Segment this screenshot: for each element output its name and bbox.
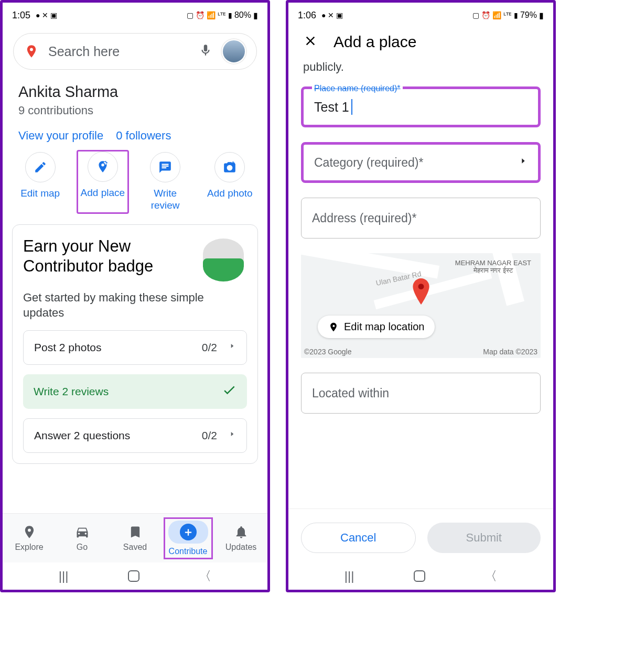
address-field[interactable]: Address (required)* bbox=[301, 198, 541, 239]
add-place-button[interactable]: Add place bbox=[77, 150, 129, 214]
plus-icon: ＋ bbox=[180, 524, 197, 540]
svg-point-1 bbox=[418, 284, 424, 289]
bottom-nav: Explore Go Saved ＋ Contribute Updates bbox=[3, 513, 267, 562]
review-icon bbox=[150, 152, 180, 182]
chevron-right-icon bbox=[519, 154, 528, 171]
task-post-photos[interactable]: Post 2 photos 0/2 bbox=[23, 330, 247, 365]
badge-title: Earn your New Contributor badge bbox=[23, 236, 195, 277]
cancel-button[interactable]: Cancel bbox=[301, 523, 416, 553]
map-pin-icon bbox=[411, 278, 431, 307]
map-preview[interactable]: Ulan Batar Rd MEHRAM NAGAR EAST मेहराम न… bbox=[301, 253, 541, 358]
home-icon[interactable] bbox=[128, 570, 139, 582]
screen-contribute: 1:05 ● ✕ ▣ ▢ ⏰ 📶 ᴸᵀᴱ ▮ 80% ▮ Search here… bbox=[0, 0, 270, 592]
followers-link[interactable]: 0 followers bbox=[116, 129, 171, 143]
statusbar: 1:05 ● ✕ ▣ ▢ ⏰ 📶 ᴸᵀᴱ ▮ 80% ▮ bbox=[3, 3, 267, 24]
page-title: Add a place bbox=[333, 33, 416, 51]
search-placeholder: Search here bbox=[48, 44, 189, 59]
write-review-button[interactable]: Write review bbox=[139, 152, 191, 212]
home-icon[interactable] bbox=[414, 570, 425, 582]
status-battery: 80% bbox=[234, 10, 251, 20]
add-place-icon bbox=[88, 151, 118, 182]
place-name-value: Test 1 bbox=[314, 100, 349, 115]
recent-apps-icon[interactable]: ||| bbox=[59, 569, 69, 583]
recent-apps-icon[interactable]: ||| bbox=[345, 569, 354, 583]
close-icon[interactable] bbox=[303, 34, 318, 50]
profile-name: Ankita Sharma bbox=[18, 83, 252, 101]
place-name-label: Place name (required)* bbox=[312, 84, 403, 93]
status-time: 1:05 bbox=[12, 10, 30, 21]
badge-subtitle: Get started by making these simple updat… bbox=[23, 290, 247, 321]
mic-icon[interactable] bbox=[199, 44, 212, 59]
screen-add-place: 1:06 ● ✕ ▣ ▢ ⏰ 📶 ᴸᵀᴱ ▮ 79% ▮ Add a place… bbox=[286, 0, 556, 592]
map-credit-left: ©2023 Google bbox=[304, 348, 352, 356]
check-icon bbox=[222, 383, 236, 400]
badge-icon bbox=[200, 236, 247, 284]
text-cursor bbox=[351, 99, 352, 115]
submit-button[interactable]: Submit bbox=[427, 523, 541, 553]
task-answer-questions[interactable]: Answer 2 questions 0/2 bbox=[23, 418, 247, 453]
edit-map-location-button[interactable]: Edit map location bbox=[318, 316, 435, 338]
search-bar[interactable]: Search here bbox=[13, 33, 257, 70]
nav-go[interactable]: Go bbox=[59, 525, 106, 552]
profile-contributions: 9 contributions bbox=[18, 104, 252, 117]
chevron-right-icon bbox=[229, 340, 236, 354]
back-icon[interactable]: 〈 bbox=[199, 568, 211, 584]
action-row: Edit map Add place Write review Add phot… bbox=[3, 143, 267, 212]
back-icon[interactable]: 〈 bbox=[485, 568, 497, 584]
task-write-reviews[interactable]: Write 2 reviews bbox=[23, 374, 247, 409]
profile-block: Ankita Sharma 9 contributions View your … bbox=[3, 70, 267, 143]
map-credit-right: Map data ©2023 bbox=[483, 348, 537, 356]
badge-card: Earn your New Contributor badge Get star… bbox=[12, 224, 258, 464]
status-battery: 79% bbox=[520, 10, 537, 20]
nav-explore[interactable]: Explore bbox=[6, 525, 53, 552]
status-time: 1:06 bbox=[298, 10, 316, 21]
place-name-field[interactable]: Place name (required)* Test 1 bbox=[301, 86, 541, 127]
camera-icon bbox=[214, 152, 245, 182]
chevron-right-icon bbox=[229, 428, 236, 442]
nav-saved[interactable]: Saved bbox=[112, 525, 159, 552]
category-field[interactable]: Category (required)* bbox=[301, 142, 541, 183]
add-photo-button[interactable]: Add photo bbox=[203, 152, 256, 212]
view-profile-link[interactable]: View your profile bbox=[18, 129, 103, 143]
svg-point-0 bbox=[30, 48, 33, 51]
edit-map-button[interactable]: Edit map bbox=[14, 152, 67, 212]
pencil-icon bbox=[25, 152, 56, 182]
nav-updates[interactable]: Updates bbox=[218, 525, 265, 552]
maps-logo-icon bbox=[24, 44, 39, 59]
header: Add a place bbox=[288, 24, 553, 60]
device-nav-bar: ||| 〈 bbox=[288, 562, 553, 590]
statusbar: 1:06 ● ✕ ▣ ▢ ⏰ 📶 ᴸᵀᴱ ▮ 79% ▮ bbox=[288, 3, 553, 24]
avatar[interactable] bbox=[222, 39, 246, 63]
located-within-field[interactable]: Located within bbox=[301, 373, 541, 414]
nav-contribute[interactable]: ＋ Contribute bbox=[165, 518, 212, 558]
button-row: Cancel Submit bbox=[288, 508, 553, 562]
publicly-text: publicly. bbox=[288, 60, 553, 79]
device-nav-bar: ||| 〈 bbox=[3, 562, 267, 590]
